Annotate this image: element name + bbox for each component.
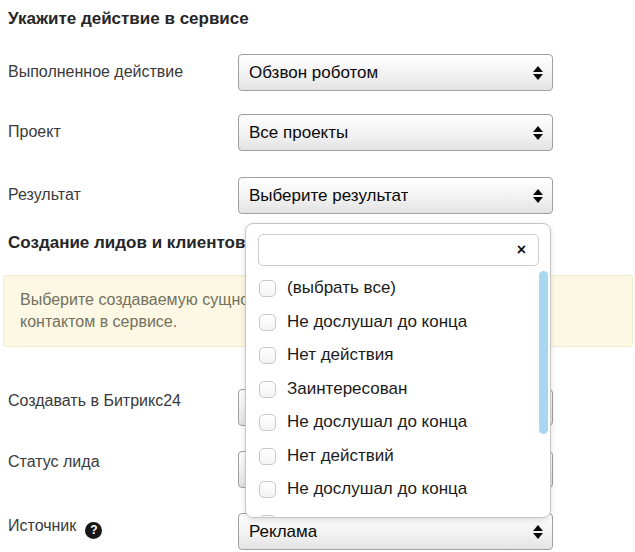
- result-multiselect-dropdown: × (выбрать все) Не дослушал до конца Нет…: [245, 223, 551, 518]
- performed-action-value: Обзвон роботом: [249, 63, 378, 83]
- checkbox[interactable]: [259, 515, 276, 519]
- field-label-project: Проект: [8, 123, 61, 141]
- field-label-performed-action: Выполненное действие: [8, 63, 183, 81]
- result-option[interactable]: Не дослушал до конца: [259, 313, 467, 331]
- clear-search-icon[interactable]: ×: [517, 242, 526, 258]
- result-option-partial[interactable]: [259, 514, 276, 518]
- result-option[interactable]: Нет действий: [259, 447, 394, 465]
- up-down-arrows-icon: [533, 126, 543, 140]
- section-title-action: Укажите действие в сервисе: [8, 9, 249, 29]
- source-value: Реклама: [249, 522, 317, 542]
- field-label-result: Результат: [8, 186, 81, 204]
- result-option[interactable]: Заинтересован: [259, 380, 407, 398]
- result-option[interactable]: Не дослушал до конца: [259, 480, 467, 498]
- result-select[interactable]: Выберите результат: [238, 177, 553, 214]
- field-label-source: Источник?: [8, 517, 102, 539]
- checkbox[interactable]: [259, 381, 276, 398]
- checkbox[interactable]: [259, 448, 276, 465]
- up-down-arrows-icon: [533, 525, 543, 539]
- field-label-create-entity: Создавать в Битрикс24: [8, 392, 181, 410]
- result-search-input[interactable]: [258, 234, 539, 266]
- section-title-leads: Создание лидов и клиентов: [8, 233, 245, 253]
- scrollbar-thumb[interactable]: [539, 271, 548, 434]
- project-value: Все проекты: [249, 123, 348, 143]
- checkbox[interactable]: [259, 414, 276, 431]
- result-option[interactable]: Не дослушал до конца: [259, 413, 467, 431]
- project-select[interactable]: Все проекты: [238, 114, 553, 151]
- checkbox[interactable]: [259, 314, 276, 331]
- result-option[interactable]: Нет действия: [259, 346, 394, 364]
- up-down-arrows-icon: [533, 66, 543, 80]
- checkbox[interactable]: [259, 481, 276, 498]
- performed-action-select[interactable]: Обзвон роботом: [238, 54, 553, 91]
- result-option-select-all[interactable]: (выбрать все): [259, 279, 396, 297]
- field-label-lead-status: Статус лида: [8, 453, 100, 471]
- result-value: Выберите результат: [249, 186, 408, 206]
- help-icon[interactable]: ?: [85, 522, 102, 539]
- checkbox[interactable]: [259, 280, 276, 297]
- source-label-text: Источник: [8, 517, 76, 534]
- up-down-arrows-icon: [533, 189, 543, 203]
- checkbox[interactable]: [259, 347, 276, 364]
- source-select[interactable]: Реклама: [238, 513, 553, 550]
